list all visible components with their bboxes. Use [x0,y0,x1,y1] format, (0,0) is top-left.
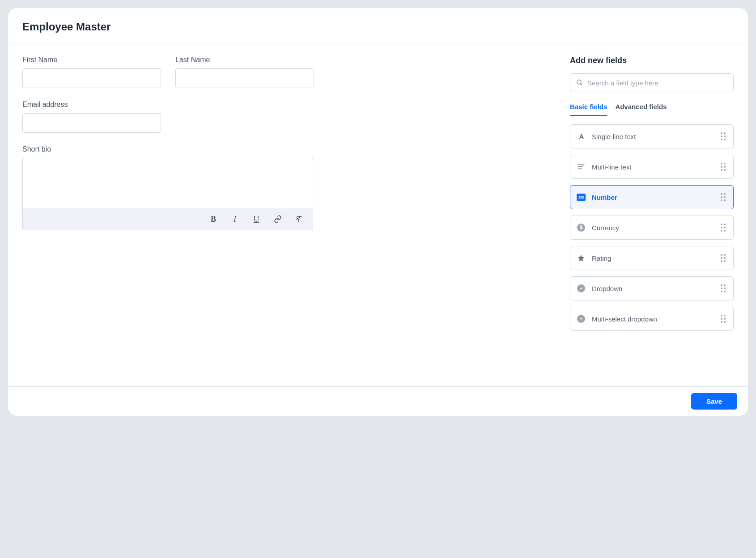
field-palette: Add new fields Basic fields Advanced fie… [556,43,748,386]
field-type-dropdown[interactable]: Dropdown [570,276,734,300]
drag-handle-icon[interactable] [721,163,727,171]
bold-button[interactable]: B [208,214,219,224]
field-type-label: Multi-line text [592,163,714,171]
field-type-rating[interactable]: Rating [570,246,734,270]
field-last-name: Last Name [175,56,314,88]
input-email[interactable] [22,113,161,133]
search-field-wrap[interactable] [570,73,734,92]
rich-text-editor: B I U [22,158,313,230]
italic-button[interactable]: I [229,214,240,224]
number-icon: 123 [577,193,586,202]
field-type-number[interactable]: 123 Number [570,185,734,209]
label-first-name: First Name [22,56,161,64]
field-type-single-line-text[interactable]: Single-line text [570,124,734,148]
sidebar-title: Add new fields [570,56,734,65]
currency-icon: $ [577,223,586,232]
form-canvas: First Name Last Name Email address Short… [8,43,556,386]
rte-toolbar: B I U [23,208,313,230]
content: First Name Last Name Email address Short… [8,43,748,386]
drag-handle-icon[interactable] [721,193,727,201]
link-button[interactable] [272,214,283,224]
search-icon [576,79,583,87]
text-icon [577,132,586,141]
drag-handle-icon[interactable] [721,224,727,232]
multiline-icon [577,162,586,171]
drag-handle-icon[interactable] [721,132,727,140]
header: Employee Master [8,8,748,43]
field-type-currency[interactable]: $ Currency [570,216,734,240]
field-type-list: Single-line text Multi-line text 123 Num… [570,124,734,331]
save-button[interactable]: Save [691,393,737,410]
label-bio: Short bio [22,145,313,153]
tab-basic-fields[interactable]: Basic fields [570,102,607,116]
field-type-label: Multi-select dropdown [592,315,714,323]
field-bio: Short bio B I U [22,145,313,230]
star-icon [577,254,586,262]
form-builder-window: Employee Master First Name Last Name Ema… [8,8,748,416]
footer: Save [8,386,748,416]
input-last-name[interactable] [175,68,314,88]
form-row: Email address [22,101,541,133]
drag-handle-icon[interactable] [721,315,727,323]
multiselect-icon [577,314,586,323]
drag-handle-icon[interactable] [721,254,727,262]
field-type-label: Currency [592,224,714,232]
field-type-multi-select-dropdown[interactable]: Multi-select dropdown [570,307,734,331]
label-email: Email address [22,101,161,109]
input-bio[interactable] [23,158,313,208]
underline-button[interactable]: U [251,214,262,224]
field-type-label: Dropdown [592,285,714,292]
input-first-name[interactable] [22,68,161,88]
field-type-label: Single-line text [592,133,714,140]
field-type-label: Number [592,194,714,201]
tab-advanced-fields[interactable]: Advanced fields [615,102,667,116]
palette-tabs: Basic fields Advanced fields [570,102,734,116]
field-email: Email address [22,101,161,133]
search-input[interactable] [587,79,728,87]
page-title: Employee Master [22,21,734,33]
drag-handle-icon[interactable] [721,284,727,292]
form-row: First Name Last Name [22,56,541,88]
label-last-name: Last Name [175,56,314,64]
clear-format-button[interactable] [294,214,305,224]
field-type-multi-line-text[interactable]: Multi-line text [570,155,734,179]
field-first-name: First Name [22,56,161,88]
field-type-label: Rating [592,254,714,262]
dropdown-icon [577,284,586,293]
